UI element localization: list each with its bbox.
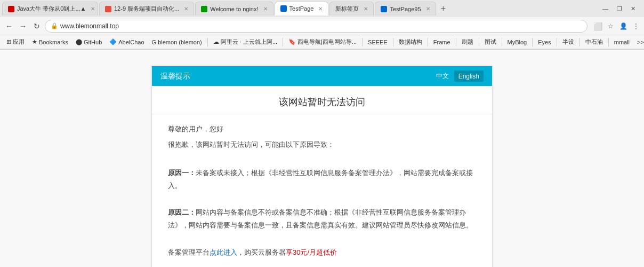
tab-close-java[interactable]: ✕ <box>91 6 95 12</box>
tab-close-service[interactable]: ✕ <box>184 6 188 12</box>
bookmark-eyes[interactable]: Eyes <box>535 38 554 46</box>
bookmark-github[interactable]: ⬤ GitHub <box>73 37 105 46</box>
tab-favicon-java <box>8 6 14 12</box>
bookmark-label-frame: Frame <box>433 39 450 45</box>
bookmark-tutu[interactable]: 图试 <box>481 37 500 47</box>
address-bar-icons: ⬜ ☆ 👤 ⋮ <box>593 21 641 31</box>
bookmark-label-abelchao: AbelChao <box>118 39 144 45</box>
bookmark-label-aliyun: 阿里云 · 上云就上阿... <box>221 38 277 46</box>
reason1-label: 原因一： <box>168 169 196 177</box>
bm-sep6 <box>456 38 456 46</box>
bookmark-cnpc[interactable]: 中石油 <box>582 37 606 47</box>
abelchao-icon: 🔷 <box>109 38 117 45</box>
greeting-text: 尊敬的用户，您好 <box>168 123 476 135</box>
language-switcher: 中文 English <box>432 70 484 82</box>
tab-label-testpage: TestPage <box>289 5 314 12</box>
tab-close-nginx[interactable]: ✕ <box>263 6 268 12</box>
notice-title-section: 该网站暂时无法访问 <box>152 86 492 114</box>
tab-newtab[interactable]: 新标签页 ✕ <box>329 2 374 15</box>
bookmark-mmall[interactable]: mmall <box>611 38 633 46</box>
tab-label-nginx: Welcome to nginx! <box>210 6 258 12</box>
bookmark-myblog[interactable]: MyBlog <box>504 38 530 46</box>
notice-box: 温馨提示 中文 English 该网站暂时无法访问 尊敬的用户，您好 很抱歉，该… <box>151 66 493 267</box>
browser-window-controls: — ❐ ✕ <box>600 4 642 13</box>
minimize-button[interactable]: — <box>600 4 610 13</box>
bookmark-label-seeee: SEEEE <box>368 39 388 45</box>
restore-button[interactable]: ❐ <box>615 4 624 13</box>
bm-sep5 <box>428 38 428 46</box>
lang-chinese-button[interactable]: 中文 <box>432 70 453 82</box>
tab-close-testpage95[interactable]: ✕ <box>426 6 430 12</box>
bookmark-seeee[interactable]: SEEEE <box>365 38 391 46</box>
bm-sep12 <box>608 38 609 46</box>
tab-testpage95[interactable]: TestPage95 ✕ <box>375 2 436 15</box>
back-button[interactable]: ← <box>3 20 15 32</box>
tab-label-testpage95: TestPage95 <box>390 6 421 12</box>
bookmark-blemon[interactable]: G blemon (blemon) <box>149 38 205 46</box>
filing-link[interactable]: 点此进入 <box>210 248 237 256</box>
filing-middle: ，购买云服务器 <box>237 248 286 256</box>
extension-icon[interactable]: ⬜ <box>593 21 602 31</box>
bookmark-frame[interactable]: Frame <box>430 38 454 46</box>
bookmark-more[interactable]: >> <box>634 38 644 46</box>
tab-service[interactable]: 12-9 服务端项目自动化... ✕ <box>99 2 194 15</box>
browser-chrome: Java大牛 带你从0到上...▲ ✕ 12-9 服务端项目自动化... ✕ W… <box>0 0 644 50</box>
bookmark-label-banshe: 半设 <box>562 38 574 46</box>
bookmark-label-github: GitHub <box>84 39 102 45</box>
sorry-text: 很抱歉，该网站暂时无法访问，可能由以下原因导致： <box>168 138 476 151</box>
bm-sep7 <box>479 38 479 46</box>
lock-icon: 🔒 <box>51 22 58 29</box>
xidian-icon: 🔖 <box>288 38 296 45</box>
filing-prefix: 备案管理平台 <box>168 248 210 256</box>
tab-close-newtab[interactable]: ✕ <box>364 6 368 12</box>
star-bm-icon: ★ <box>32 38 37 45</box>
tab-java[interactable]: Java大牛 带你从0到上...▲ ✕ <box>2 2 98 15</box>
bm-sep3 <box>362 38 363 46</box>
bm-sep11 <box>579 38 580 46</box>
bm-sep2 <box>283 38 283 46</box>
tab-close-testpage[interactable]: ✕ <box>318 6 323 12</box>
blemon-icon: G <box>152 39 157 45</box>
forward-button[interactable]: → <box>17 20 29 32</box>
bm-sep8 <box>502 38 502 46</box>
bookmark-apps[interactable]: ⊞ 应用 <box>3 37 28 47</box>
menu-icon[interactable]: ⋮ <box>631 21 641 31</box>
close-button[interactable]: ✕ <box>629 4 638 13</box>
tab-favicon-testpage95 <box>381 6 387 12</box>
bookmark-label-ds: 数据结构 <box>399 38 422 46</box>
bookmark-abelchao[interactable]: 🔷 AbelChao <box>106 37 147 46</box>
reason1: 原因一：未备案或未接入；根据《非经营性互联网信息服务备案管理办法》，网站需要完成… <box>168 167 476 192</box>
profile-icon[interactable]: 👤 <box>618 21 628 31</box>
bookmark-label-cnpc: 中石油 <box>585 38 603 46</box>
notice-header: 温馨提示 中文 English <box>152 66 492 86</box>
bookmark-banshe[interactable]: 半设 <box>559 37 577 47</box>
bookmarks-bar: ⊞ 应用 ★ Bookmarks ⬤ GitHub 🔷 AbelChao G b… <box>0 35 644 49</box>
address-bar[interactable]: 🔒 www.blemonmall.top <box>45 20 587 33</box>
bookmark-bookmarks[interactable]: ★ Bookmarks <box>29 37 71 46</box>
bookmark-label-brush: 刷题 <box>462 38 473 46</box>
filing-promo[interactable]: 享30元/月超低价 <box>286 248 337 256</box>
tab-favicon-testpage <box>280 5 287 12</box>
aliyun-icon: ☁ <box>213 38 219 45</box>
new-tab-button[interactable]: + <box>437 2 450 15</box>
lang-english-button[interactable]: English <box>454 70 484 82</box>
notice-main-title: 该网站暂时无法访问 <box>163 96 481 108</box>
bm-sep10 <box>557 38 557 46</box>
tab-label-java: Java大牛 带你从0到上...▲ <box>17 5 86 13</box>
bookmark-xidian[interactable]: 🔖 西电导航|西电网站导... <box>285 37 360 47</box>
bookmark-data-structure[interactable]: 数据结构 <box>396 37 425 47</box>
notice-body: 尊敬的用户，您好 很抱歉，该网站暂时无法访问，可能由以下原因导致： 原因一：未备… <box>152 114 492 267</box>
tab-nginx[interactable]: Welcome to nginx! ✕ <box>195 2 273 15</box>
bookmark-label-tutu: 图试 <box>485 38 496 46</box>
refresh-button[interactable]: ↻ <box>31 20 43 32</box>
bookmark-aliyun[interactable]: ☁ 阿里云 · 上云就上阿... <box>210 37 280 47</box>
filing-text: 备案管理平台点此进入，购买云服务器享30元/月超低价 <box>168 246 476 258</box>
bookmark-label-myblog: MyBlog <box>508 39 527 45</box>
bookmark-label-xidian: 西电导航|西电网站导... <box>297 38 357 46</box>
bookmark-label-mmall: mmall <box>614 39 630 45</box>
star-icon[interactable]: ☆ <box>606 21 615 31</box>
bookmark-label-bookmarks: Bookmarks <box>39 39 68 45</box>
reason2: 原因二：网站内容与备案信息不符或备案信息不准确；根据《非经营性互联网信息服务备案… <box>168 206 476 231</box>
tab-testpage[interactable]: TestPage ✕ <box>275 2 329 15</box>
bookmark-brush[interactable]: 刷题 <box>458 37 477 47</box>
